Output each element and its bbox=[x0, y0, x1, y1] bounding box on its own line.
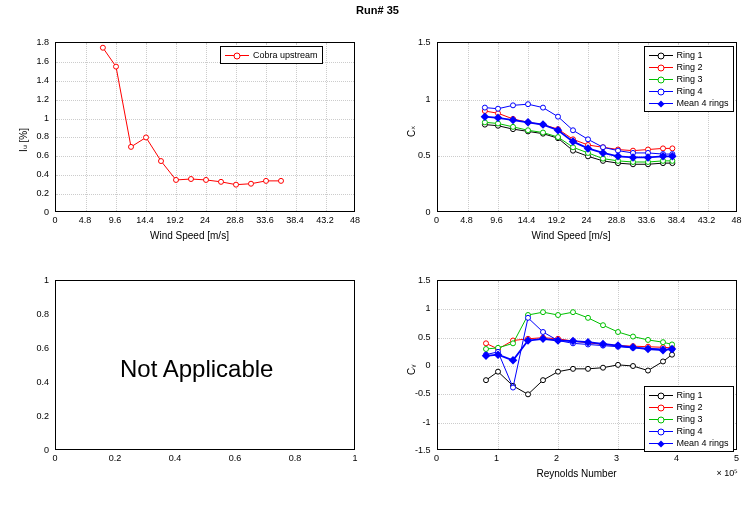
svg-point-90 bbox=[585, 366, 590, 371]
svg-point-120 bbox=[615, 330, 620, 335]
svg-point-129 bbox=[540, 330, 545, 335]
svg-point-10 bbox=[249, 181, 254, 186]
legend-item-ring2-b: Ring 2 bbox=[677, 402, 703, 412]
svg-point-61 bbox=[570, 128, 575, 133]
ylabel-tl: Iᵤ [%] bbox=[18, 128, 29, 152]
chart-cx: Cₓ Wind Speed [m/s] Ring 1 Ring 2 Ring 3… bbox=[382, 32, 756, 262]
svg-point-3 bbox=[144, 135, 149, 140]
svg-point-115 bbox=[540, 310, 545, 315]
svg-point-58 bbox=[525, 102, 530, 107]
legend-item-mean: Mean 4 rings bbox=[677, 98, 729, 108]
svg-point-116 bbox=[555, 313, 560, 318]
svg-rect-148 bbox=[613, 341, 621, 349]
page-title: Run# 35 bbox=[0, 4, 755, 16]
legend-item-ring3-b: Ring 3 bbox=[677, 414, 703, 424]
svg-point-83 bbox=[483, 378, 488, 383]
chart-not-applicable: Not Applicable 00.20.40.60.8100.20.40.60… bbox=[0, 270, 374, 500]
svg-point-62 bbox=[585, 137, 590, 142]
legend-tl: Cobra upstream bbox=[220, 46, 323, 64]
ylabel-br: Cᵧ bbox=[406, 364, 417, 375]
svg-point-57 bbox=[510, 103, 515, 108]
svg-point-40 bbox=[669, 146, 674, 151]
xlabel-br: Reynolds Number bbox=[537, 468, 617, 479]
x-exponent-br: × 10⁵ bbox=[717, 468, 739, 478]
legend-item-mean-b: Mean 4 rings bbox=[677, 438, 729, 448]
svg-point-113 bbox=[510, 341, 515, 346]
svg-point-0 bbox=[100, 45, 105, 50]
svg-point-56 bbox=[495, 106, 500, 111]
svg-point-55 bbox=[482, 105, 487, 110]
legend-item-ring1-b: Ring 1 bbox=[677, 390, 703, 400]
svg-point-60 bbox=[555, 114, 560, 119]
svg-rect-79 bbox=[628, 153, 636, 161]
legend-tr: Ring 1 Ring 2 Ring 3 Ring 4 Mean 4 rings bbox=[644, 46, 734, 112]
legend-item-cobra: Cobra upstream bbox=[253, 50, 318, 60]
svg-point-46 bbox=[555, 135, 560, 140]
svg-point-9 bbox=[234, 182, 239, 187]
svg-point-87 bbox=[540, 378, 545, 383]
svg-point-122 bbox=[645, 337, 650, 342]
xlabel-tl: Wind Speed [m/s] bbox=[150, 230, 229, 241]
svg-point-127 bbox=[510, 385, 515, 390]
svg-point-59 bbox=[540, 105, 545, 110]
svg-point-5 bbox=[174, 177, 179, 182]
svg-point-123 bbox=[660, 340, 665, 345]
svg-rect-71 bbox=[508, 116, 516, 124]
svg-point-2 bbox=[129, 144, 134, 149]
svg-point-92 bbox=[615, 362, 620, 367]
svg-point-6 bbox=[189, 177, 194, 182]
svg-point-89 bbox=[570, 366, 575, 371]
svg-point-119 bbox=[600, 323, 605, 328]
svg-rect-80 bbox=[643, 153, 651, 161]
svg-point-128 bbox=[525, 315, 530, 320]
svg-point-111 bbox=[483, 347, 488, 352]
svg-rect-78 bbox=[613, 152, 621, 160]
svg-point-44 bbox=[525, 128, 530, 133]
svg-point-86 bbox=[525, 392, 530, 397]
svg-point-93 bbox=[630, 364, 635, 369]
ylabel-tr: Cₓ bbox=[406, 126, 417, 137]
not-applicable-text: Not Applicable bbox=[120, 355, 273, 383]
legend-item-ring3: Ring 3 bbox=[677, 74, 703, 84]
svg-rect-77 bbox=[598, 149, 606, 157]
svg-point-97 bbox=[483, 341, 488, 346]
svg-point-84 bbox=[495, 369, 500, 374]
svg-point-1 bbox=[114, 64, 119, 69]
legend-item-ring4: Ring 4 bbox=[677, 86, 703, 96]
svg-point-4 bbox=[159, 159, 164, 164]
svg-rect-150 bbox=[643, 345, 651, 353]
svg-point-91 bbox=[600, 365, 605, 370]
svg-rect-82 bbox=[668, 152, 676, 160]
svg-rect-139 bbox=[481, 352, 489, 360]
legend-item-ring1: Ring 1 bbox=[677, 50, 703, 60]
svg-point-117 bbox=[570, 310, 575, 315]
svg-rect-147 bbox=[598, 340, 606, 348]
chart-cy: Cᵧ Reynolds Number × 10⁵ Ring 1 Ring 2 R… bbox=[382, 270, 756, 500]
legend-item-ring2: Ring 2 bbox=[677, 62, 703, 72]
svg-rect-152 bbox=[667, 345, 675, 353]
svg-point-45 bbox=[540, 130, 545, 135]
svg-point-88 bbox=[555, 369, 560, 374]
legend-item-ring4-b: Ring 4 bbox=[677, 426, 703, 436]
svg-rect-144 bbox=[553, 336, 561, 344]
svg-point-95 bbox=[660, 359, 665, 364]
svg-rect-143 bbox=[538, 335, 546, 343]
svg-rect-149 bbox=[628, 343, 636, 351]
svg-point-8 bbox=[219, 179, 224, 184]
svg-point-43 bbox=[510, 124, 515, 129]
svg-point-118 bbox=[585, 315, 590, 320]
svg-rect-69 bbox=[480, 112, 488, 120]
xlabel-tr: Wind Speed [m/s] bbox=[532, 230, 611, 241]
svg-point-12 bbox=[279, 178, 284, 183]
svg-rect-72 bbox=[523, 118, 531, 126]
svg-point-121 bbox=[630, 334, 635, 339]
svg-point-11 bbox=[264, 178, 269, 183]
svg-point-39 bbox=[660, 146, 665, 151]
chart-turbulence-intensity: Iᵤ [%] Wind Speed [m/s] Cobra upstream 0… bbox=[0, 32, 374, 262]
legend-br: Ring 1 Ring 2 Ring 3 Ring 4 Mean 4 rings bbox=[644, 386, 734, 452]
svg-point-7 bbox=[204, 177, 209, 182]
svg-rect-73 bbox=[538, 120, 546, 128]
svg-point-94 bbox=[645, 368, 650, 373]
